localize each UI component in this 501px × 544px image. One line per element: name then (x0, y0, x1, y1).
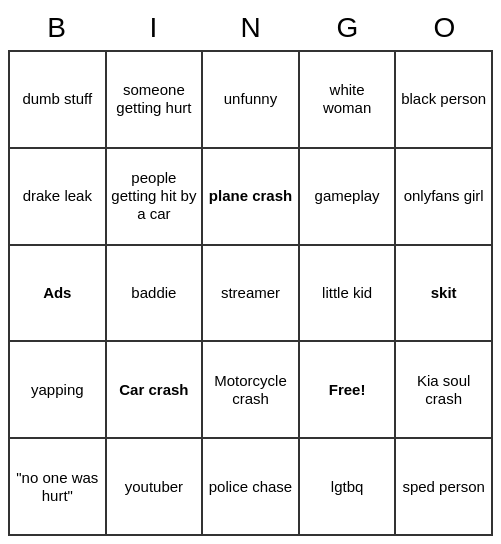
bingo-cell: little kid (299, 245, 396, 342)
bingo-grid: dumb stuffsomeone getting hurtunfunnywhi… (8, 50, 493, 536)
bingo-cell: skit (395, 245, 492, 342)
bingo-row: dumb stuffsomeone getting hurtunfunnywhi… (9, 51, 492, 148)
bingo-cell: someone getting hurt (106, 51, 203, 148)
bingo-cell: Free! (299, 341, 396, 438)
bingo-cell: drake leak (9, 148, 106, 245)
bingo-cell: police chase (202, 438, 299, 535)
bingo-cell: white woman (299, 51, 396, 148)
bingo-cell: lgtbq (299, 438, 396, 535)
bingo-cell: youtuber (106, 438, 203, 535)
bingo-cell: yapping (9, 341, 106, 438)
header-letter: B (13, 12, 101, 44)
bingo-cell: Kia soul crash (395, 341, 492, 438)
bingo-cell: "no one was hurt" (9, 438, 106, 535)
bingo-cell: black person (395, 51, 492, 148)
bingo-cell: sped person (395, 438, 492, 535)
bingo-row: "no one was hurt"youtuberpolice chaselgt… (9, 438, 492, 535)
bingo-cell: onlyfans girl (395, 148, 492, 245)
bingo-cell: Car crash (106, 341, 203, 438)
bingo-cell: Ads (9, 245, 106, 342)
header-letter: N (207, 12, 295, 44)
bingo-cell: gameplay (299, 148, 396, 245)
header-letter: I (110, 12, 198, 44)
bingo-cell: plane crash (202, 148, 299, 245)
bingo-row: drake leakpeople getting hit by a carpla… (9, 148, 492, 245)
bingo-row: yappingCar crashMotorcycle crashFree!Kia… (9, 341, 492, 438)
header-letter: O (401, 12, 489, 44)
bingo-cell: streamer (202, 245, 299, 342)
header-letter: G (304, 12, 392, 44)
bingo-header: BINGO (8, 8, 493, 50)
bingo-cell: unfunny (202, 51, 299, 148)
bingo-cell: people getting hit by a car (106, 148, 203, 245)
bingo-cell: Motorcycle crash (202, 341, 299, 438)
bingo-cell: baddie (106, 245, 203, 342)
bingo-row: Adsbaddiestreamerlittle kidskit (9, 245, 492, 342)
bingo-cell: dumb stuff (9, 51, 106, 148)
